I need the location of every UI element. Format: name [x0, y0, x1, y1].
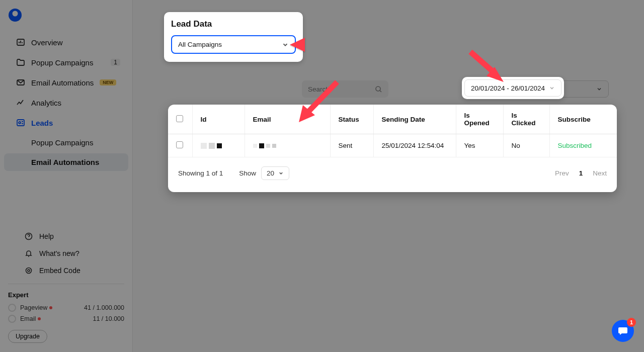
- chart-bar-icon: [16, 38, 25, 47]
- sidebar-item-popup-campaigns[interactable]: Popup Campaigns 1: [4, 53, 128, 71]
- sidebar-item-label: Email Automations: [31, 78, 94, 87]
- svg-point-5: [19, 122, 21, 124]
- leads-table: Id Email Status Sending Date Is Opened I…: [168, 105, 617, 157]
- sidebar-item-leads[interactable]: Leads: [4, 114, 128, 132]
- col-status[interactable]: Status: [330, 105, 373, 134]
- date-range-value: 20/01/2024 - 26/01/2024: [471, 84, 545, 92]
- table-footer: Showing 1 of 1 Show 20 Prev 1 Next: [168, 157, 617, 192]
- leads-table-card: Id Email Status Sending Date Is Opened I…: [168, 105, 617, 192]
- upgrade-button[interactable]: Upgrade: [8, 330, 47, 343]
- stat-count: 11 / 10.000: [93, 315, 124, 322]
- sidebar-subitem-email-automations[interactable]: Email Automations: [4, 153, 128, 171]
- sidebar-subitem-popup-campaigns[interactable]: Popup Campaigns: [4, 134, 128, 151]
- dot-icon: [38, 317, 41, 320]
- page-size-value: 20: [267, 169, 274, 177]
- col-id[interactable]: Id: [192, 105, 245, 134]
- select-all-checkbox[interactable]: [176, 115, 183, 122]
- next-button[interactable]: Next: [593, 169, 607, 177]
- cell-is-opened: Yes: [456, 134, 503, 157]
- badge-count: 1: [111, 59, 120, 66]
- sidebar-item-embed[interactable]: Embed Code: [12, 262, 120, 279]
- page-size-select[interactable]: 20: [261, 166, 289, 180]
- lead-data-title: Lead Data: [171, 19, 296, 29]
- sidebar-item-label: What's new?: [39, 249, 79, 257]
- date-picker-highlight: 20/01/2024 - 26/01/2024: [462, 77, 564, 99]
- sidebar-subitem-label: Email Automations: [31, 158, 99, 166]
- trend-icon: [16, 98, 25, 107]
- folder-icon: [16, 58, 25, 67]
- chevron-down-icon: [278, 170, 284, 176]
- sidebar-item-whatsnew[interactable]: What's new?: [12, 245, 120, 261]
- svg-point-7: [26, 268, 32, 274]
- cell-id-redacted: [201, 143, 236, 149]
- divider: [8, 284, 124, 284]
- sidebar-item-email-automations[interactable]: Email Automations NEW: [4, 73, 128, 92]
- col-email[interactable]: Email: [245, 105, 330, 134]
- cell-is-clicked: No: [503, 134, 549, 157]
- sidebar-subitem-label: Popup Campaigns: [31, 138, 93, 147]
- sidebar-item-label: Help: [39, 232, 54, 240]
- chevron-down-icon: [596, 86, 602, 92]
- sidebar-item-label: Analytics: [31, 99, 61, 107]
- dot-icon: [49, 306, 52, 309]
- stat-label: Pageview: [20, 304, 47, 311]
- chat-widget[interactable]: 1: [612, 320, 634, 342]
- date-range-picker[interactable]: 20/01/2024 - 26/01/2024: [464, 79, 561, 97]
- cell-subscribe: Subscribed: [558, 142, 592, 149]
- app-logo: [8, 8, 22, 22]
- stat-pageview: Pageview 41 / 1.000.000: [8, 304, 124, 312]
- progress-circle-icon: [8, 315, 16, 323]
- target-icon: [24, 266, 33, 275]
- sidebar-item-label: Embed Code: [39, 267, 80, 275]
- help-icon: [24, 232, 33, 241]
- stat-count: 41 / 1.000.000: [84, 304, 124, 311]
- leads-icon: [16, 118, 25, 127]
- chat-notification-badge: 1: [627, 318, 636, 327]
- svg-point-1: [13, 11, 18, 17]
- cell-status: Sent: [330, 134, 373, 157]
- svg-point-8: [28, 270, 30, 272]
- show-label: Show: [239, 169, 256, 177]
- search-icon: [375, 85, 382, 93]
- expert-title: Expert: [8, 291, 124, 299]
- col-subscribe[interactable]: Subscribe: [549, 105, 617, 134]
- search-placeholder: Search: [308, 85, 330, 93]
- sidebar-item-label: Popup Campaigns: [31, 58, 93, 67]
- stat-email: Email 11 / 10.000: [8, 315, 124, 323]
- stat-label: Email: [20, 315, 36, 322]
- campaign-select[interactable]: All Campaigns: [171, 35, 296, 54]
- table-row[interactable]: Sent 25/01/2024 12:54:04 Yes No Subscrib…: [168, 134, 617, 157]
- prev-button[interactable]: Prev: [555, 169, 569, 177]
- sidebar-item-overview[interactable]: Overview: [4, 33, 128, 51]
- chevron-down-icon: [549, 85, 555, 91]
- row-checkbox[interactable]: [176, 141, 183, 148]
- sidebar-item-analytics[interactable]: Analytics: [4, 94, 128, 112]
- search-input[interactable]: Search: [302, 80, 388, 98]
- progress-circle-icon: [8, 304, 16, 312]
- col-is-clicked[interactable]: Is Clicked: [503, 105, 549, 134]
- col-sending-date[interactable]: Sending Date: [373, 105, 456, 134]
- pagination: Prev 1 Next: [555, 169, 607, 177]
- current-page: 1: [579, 169, 583, 177]
- svg-point-9: [376, 86, 380, 91]
- col-is-opened[interactable]: Is Opened: [456, 105, 503, 134]
- lead-data-card: Lead Data All Campaigns: [164, 12, 303, 62]
- chevron-down-icon: [282, 41, 289, 48]
- sidebar-item-label: Overview: [31, 38, 63, 47]
- sidebar-item-help[interactable]: Help: [12, 228, 120, 244]
- badge-new: NEW: [100, 79, 116, 85]
- cell-sending-date: 25/01/2024 12:54:04: [373, 134, 456, 157]
- mail-icon: [16, 78, 25, 87]
- campaign-select-value: All Campaigns: [178, 41, 222, 48]
- sidebar: Overview Popup Campaigns 1 Email Automat…: [0, 0, 133, 352]
- bell-icon: [24, 249, 33, 258]
- chat-icon: [617, 325, 628, 336]
- sidebar-item-label: Leads: [31, 119, 53, 127]
- cell-email-redacted: [253, 143, 322, 148]
- showing-text: Showing 1 of 1: [178, 169, 223, 177]
